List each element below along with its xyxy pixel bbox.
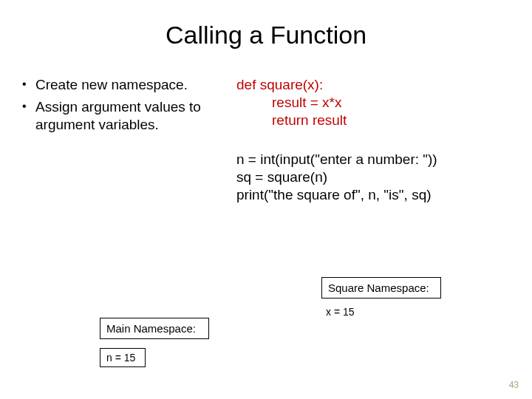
bullet-item: • Assign argument values to argument var… — [22, 98, 214, 134]
namespace-title: Square Namespace: — [321, 277, 441, 299]
code-line: n = int(input("enter a number: ")) — [236, 151, 510, 168]
slide: Calling a Function • Create new namespac… — [0, 0, 532, 399]
code-line: print("the square of", n, "is", sq) — [236, 186, 510, 204]
code-line: return result — [236, 112, 510, 129]
code-line: result = x*x — [236, 94, 510, 112]
namespace-variable: x = 15 — [326, 306, 441, 318]
namespace-variable: n = 15 — [100, 348, 146, 367]
bullet-text: Create new namespace. — [35, 76, 188, 94]
content-columns: • Create new namespace. • Assign argumen… — [22, 76, 510, 204]
code-definition: def square(x): result = x*x return resul… — [236, 76, 510, 129]
left-column: • Create new namespace. • Assign argumen… — [22, 76, 214, 204]
right-column: def square(x): result = x*x return resul… — [236, 76, 510, 204]
namespace-title: Main Namespace: — [100, 318, 209, 339]
bullet-text: Assign argument values to argument varia… — [35, 98, 214, 134]
slide-title: Calling a Function — [22, 21, 510, 50]
square-namespace-box: Square Namespace: x = 15 — [321, 277, 441, 318]
bullet-list: • Create new namespace. • Assign argumen… — [22, 76, 214, 133]
bullet-item: • Create new namespace. — [22, 76, 214, 94]
bullet-dot-icon: • — [22, 98, 35, 134]
bullet-dot-icon: • — [22, 76, 35, 94]
page-number: 43 — [509, 380, 519, 390]
code-line: sq = square(n) — [236, 168, 510, 186]
code-line: def square(x): — [236, 76, 510, 94]
code-main-block: n = int(input("enter a number: ")) sq = … — [236, 151, 510, 203]
main-namespace-box: Main Namespace: n = 15 — [100, 318, 209, 367]
